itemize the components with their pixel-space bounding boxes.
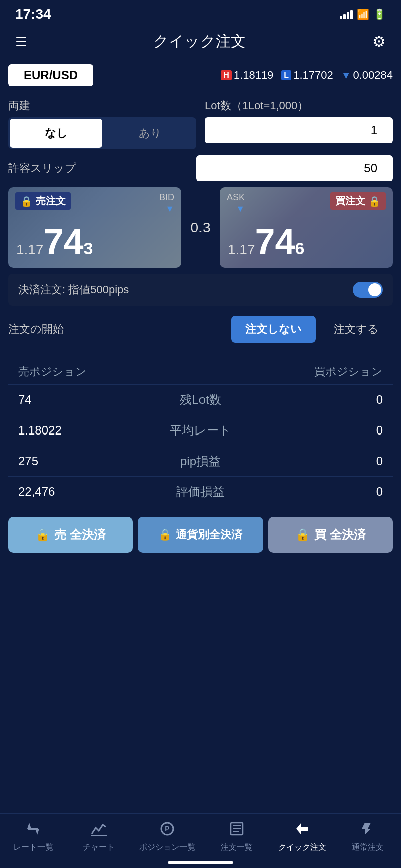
nav-chart[interactable]: チャート	[74, 821, 124, 853]
svg-text:P: P	[165, 825, 170, 833]
sell-price-display: 1.17 74 3	[16, 224, 173, 260]
order-start-label: 注文の開始	[8, 322, 64, 337]
currency-row: EUR/USD H 1.18119 L 1.17702 ▼ 0.00284	[0, 60, 401, 90]
buy-lock-icon: 🔒	[368, 195, 381, 207]
pip-row-label: pip損益	[88, 453, 313, 469]
buy-position-header: 買ポジション	[314, 364, 383, 379]
sell-price-suffix: 3	[84, 239, 93, 258]
currency-symbol[interactable]: EUR/USD	[8, 64, 93, 86]
sell-price-prefix: 1.17	[16, 242, 44, 258]
high-price: H 1.18119	[221, 69, 273, 82]
sell-lock-icon: 🔒	[20, 195, 33, 207]
main-content: 両建 なし あり Lot数（1Lot=1,000） 許容スリップ 🔒 売注文	[0, 90, 401, 657]
no-order-button[interactable]: 注文しない	[231, 316, 316, 343]
buy-lot-value: 0	[313, 393, 383, 407]
svg-rect-2	[28, 828, 38, 830]
lot-row-label: 残Lot数	[88, 392, 313, 408]
settlement-row: 決済注文: 指値500pips	[8, 274, 393, 306]
price-info: H 1.18119 L 1.17702 ▼ 0.00284	[101, 69, 393, 82]
spread-price: ▼ 0.00284	[341, 69, 393, 82]
nav-rate-label: レート一覧	[13, 842, 53, 853]
toggle-knob	[368, 283, 381, 296]
ask-arrow-icon: ▼	[236, 204, 245, 214]
nav-position[interactable]: P ポジション一覧	[139, 821, 195, 853]
order-button[interactable]: 注文する	[320, 316, 393, 343]
settlement-toggle[interactable]	[353, 282, 383, 298]
position-row-rate: 1.18022 平均レート 0	[8, 415, 393, 446]
signal-bars-icon	[340, 9, 353, 19]
status-icons: 📶 🔋	[340, 8, 386, 20]
sell-lot-value: 74	[18, 393, 88, 407]
settings-icon[interactable]: ⚙	[372, 33, 386, 50]
some-button[interactable]: あり	[104, 117, 196, 149]
order-panels: 🔒 売注文 BID ▼ 1.17 74 3 0.3 ASK ▼	[8, 187, 393, 268]
ask-label: ASK	[227, 192, 245, 203]
slip-row: 許容スリップ	[8, 155, 393, 181]
sell-all-lock-icon: 🔒	[35, 528, 50, 542]
page-title: クイック注文	[153, 31, 246, 52]
slip-input[interactable]	[196, 155, 393, 181]
nav-rate[interactable]: レート一覧	[8, 821, 58, 853]
buy-price-display: 1.17 74 6	[228, 224, 385, 260]
order-start-row: 注文の開始 注文しない 注文する	[8, 312, 393, 347]
spread-arrow-icon: ▼	[341, 70, 351, 81]
nav-normal-order[interactable]: 通常注文	[343, 821, 393, 853]
divider	[0, 353, 401, 353]
rate-icon	[25, 821, 41, 839]
position-row-eval: 22,476 評価損益 0	[8, 476, 393, 507]
buy-panel[interactable]: ASK ▼ 買注文 🔒 1.17 74 6	[220, 187, 393, 268]
rate-row-label: 平均レート	[88, 422, 313, 439]
svg-marker-10	[296, 823, 308, 835]
sell-price-main: 74	[44, 224, 84, 260]
low-price: L 1.17702	[281, 69, 333, 82]
order-list-icon	[229, 821, 245, 839]
sell-all-button[interactable]: 🔒 売 全決済	[8, 517, 133, 553]
buy-eval-value: 0	[313, 485, 383, 499]
lot-label: Lot数（1Lot=1,000）	[205, 98, 393, 113]
normal-order-icon	[360, 821, 376, 839]
nav-normal-order-label: 通常注文	[352, 842, 384, 853]
sell-eval-value: 22,476	[18, 485, 88, 499]
buy-all-button[interactable]: 🔒 買 全決済	[268, 517, 393, 553]
sell-position-header: 売ポジション	[18, 364, 87, 379]
both-build-toggle: なし あり	[8, 117, 196, 149]
quick-order-icon	[294, 821, 310, 839]
low-value: 1.17702	[293, 69, 333, 82]
both-build-label: 両建	[8, 98, 196, 113]
high-badge: H	[221, 70, 232, 80]
buy-price-main: 74	[255, 224, 295, 260]
chart-icon	[91, 821, 107, 839]
slip-label: 許容スリップ	[8, 161, 188, 176]
position-row-lot: 74 残Lot数 0	[8, 384, 393, 415]
bottom-nav: レート一覧 チャート P ポジション一覧 注文一	[0, 813, 401, 868]
bid-arrow-icon: ▼	[165, 204, 174, 214]
nav-order-list[interactable]: 注文一覧	[212, 821, 262, 853]
sell-panel[interactable]: 🔒 売注文 BID ▼ 1.17 74 3	[8, 187, 181, 268]
none-button[interactable]: なし	[10, 119, 102, 148]
currency-all-button[interactable]: 🔒 通貨別全決済	[138, 517, 263, 553]
currency-all-lock-icon: 🔒	[158, 528, 172, 541]
sell-pip-value: 275	[18, 454, 88, 468]
position-row-pip: 275 pip損益 0	[8, 446, 393, 476]
nav-position-label: ポジション一覧	[139, 842, 195, 853]
status-time: 17:34	[15, 6, 51, 22]
lot-input[interactable]	[205, 117, 393, 143]
both-build-section: 両建 なし あり	[8, 98, 196, 149]
nav-indicator	[168, 861, 233, 864]
nav-order-list-label: 注文一覧	[221, 842, 253, 853]
buy-all-lock-icon: 🔒	[295, 528, 310, 542]
nav-chart-label: チャート	[83, 842, 115, 853]
low-badge: L	[281, 70, 291, 80]
sell-label: 🔒 売注文	[15, 192, 71, 210]
settlement-label: 決済注文: 指値500pips	[18, 282, 129, 297]
nav-quick-order[interactable]: クイック注文	[277, 821, 327, 853]
spread-value-header: 0.00284	[353, 69, 393, 82]
eval-row-label: 評価損益	[88, 484, 313, 500]
menu-icon[interactable]: ☰	[15, 35, 27, 48]
buy-label: 買注文 🔒	[330, 192, 386, 210]
wifi-icon: 📶	[357, 8, 369, 20]
buy-price-suffix: 6	[295, 239, 305, 258]
position-header: 売ポジション 買ポジション	[8, 359, 393, 384]
svg-marker-11	[362, 823, 371, 835]
battery-icon: 🔋	[373, 8, 386, 20]
